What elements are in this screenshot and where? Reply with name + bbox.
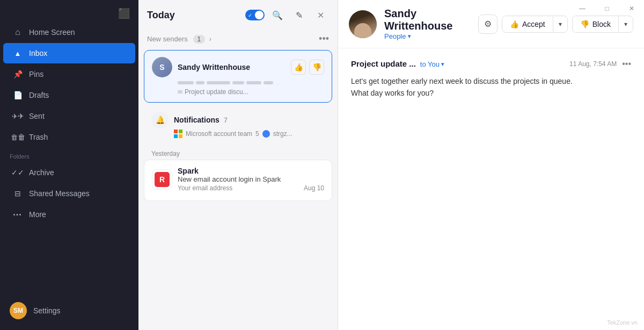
notif-senders: Microsoft account team 5 strgz... bbox=[151, 130, 325, 138]
email-body-line1: Let's get together early next week to di… bbox=[351, 75, 631, 87]
email-subject-area: Project update ... to You ▾ bbox=[351, 59, 444, 68]
notif-avatar: 🔔 bbox=[151, 111, 169, 128]
yesterday-divider: Yesterday bbox=[144, 146, 332, 160]
people-label: People bbox=[384, 32, 406, 40]
accept-group: 👍 Accept ▾ bbox=[502, 16, 568, 33]
block-label: Block bbox=[592, 20, 611, 28]
svg-rect-0 bbox=[174, 130, 178, 133]
ms-sender-name: Microsoft account team bbox=[186, 130, 252, 138]
thumbs-up-icon: 👍 bbox=[294, 63, 303, 71]
settings-button[interactable]: SM Settings bbox=[3, 297, 135, 325]
sidebar-item-trash[interactable]: 🗑 Trash bbox=[3, 127, 135, 147]
email-card-spark[interactable]: R Spark New email account login in Spark… bbox=[144, 160, 332, 201]
sidebar-label-sent: Sent bbox=[29, 112, 45, 120]
sidebar-label-trash: Trash bbox=[29, 133, 48, 141]
spark-logo: R bbox=[155, 172, 170, 187]
sidebar-item-more[interactable]: ••• More bbox=[3, 204, 135, 225]
thumbs-up-button[interactable]: 👍 bbox=[291, 60, 306, 75]
svg-rect-1 bbox=[179, 130, 182, 133]
sidebar-item-shared[interactable]: ⊟ Shared Messages bbox=[3, 183, 135, 204]
email-card-sandy[interactable]: S Sandy Writtenhouse 👍 👎 bbox=[144, 50, 332, 103]
more-icon: ••• bbox=[13, 210, 23, 219]
spark-subject: New email account login in Spark bbox=[178, 175, 324, 183]
maximize-button[interactable]: □ bbox=[595, 0, 619, 17]
search-button[interactable]: 🔍 bbox=[269, 6, 286, 24]
email-list: S Sandy Writtenhouse 👍 👎 bbox=[138, 48, 338, 330]
settings-label: Settings bbox=[33, 306, 61, 315]
spark-meta: Your email address Aug 10 bbox=[178, 184, 324, 192]
toggle-check-icon: ✓ bbox=[248, 12, 252, 18]
sidebar-label-more: More bbox=[29, 210, 46, 219]
minimize-button[interactable]: — bbox=[570, 0, 595, 17]
block-dropdown[interactable]: ▾ bbox=[618, 17, 633, 32]
to-you-link[interactable]: to You ▾ bbox=[420, 60, 444, 68]
sidebar-label-pins: Pins bbox=[29, 70, 43, 78]
inbox-icon bbox=[13, 48, 23, 58]
gear-icon: ⚙ bbox=[484, 19, 492, 29]
email-detail-header: Project update ... to You ▾ 11 Aug, 7:54… bbox=[351, 59, 631, 69]
email-detail-meta: 11 Aug, 7:54 AM ••• bbox=[569, 59, 631, 69]
sender-avatar: S bbox=[152, 57, 172, 77]
contact-avatar-img bbox=[349, 10, 377, 38]
people-link[interactable]: People ▾ bbox=[384, 32, 471, 40]
sidebar-item-drafts[interactable]: 📄 Drafts bbox=[3, 85, 135, 105]
home-icon bbox=[13, 27, 23, 37]
email-header: S Sandy Writtenhouse 👍 👎 bbox=[152, 57, 324, 77]
svg-rect-2 bbox=[174, 134, 178, 138]
maximize-icon: □ bbox=[605, 5, 609, 12]
sent-icon: ✈ bbox=[13, 111, 23, 121]
email-date: 11 Aug, 7:54 AM bbox=[569, 60, 617, 68]
accept-dropdown[interactable]: ▾ bbox=[553, 17, 567, 32]
svg-rect-3 bbox=[179, 134, 182, 138]
archive-icon: ✓ bbox=[13, 168, 23, 177]
contact-name: Sandy Writtenhouse bbox=[384, 8, 471, 32]
chevron-down-icon: ▾ bbox=[559, 20, 562, 28]
settings-gear-button[interactable]: ⚙ bbox=[478, 15, 497, 34]
watermark: TekZone.vn bbox=[607, 319, 638, 326]
blue-dot-icon bbox=[262, 130, 270, 138]
sidebar-item-archive[interactable]: ✓ Archive bbox=[3, 162, 135, 183]
email-more-button[interactable]: ••• bbox=[622, 59, 631, 69]
sidebar-label-archive: Archive bbox=[29, 168, 54, 177]
email-body-line2: What day works for you? bbox=[351, 87, 631, 99]
sidebar-bottom: SM Settings bbox=[0, 291, 138, 330]
close-button[interactable]: ✕ bbox=[312, 6, 329, 24]
toolbar-icons: ✓ 🔍 ✎ ✕ bbox=[245, 6, 329, 24]
email-list-pane: Today ✓ 🔍 ✎ ✕ New senders 1 › ••• bbox=[138, 0, 338, 330]
toggle-switch[interactable]: ✓ bbox=[245, 10, 265, 20]
new-senders-label: New senders 1 › bbox=[147, 35, 211, 43]
detail-pane: — □ ✕ Sandy Writtenhouse People ▾ bbox=[338, 0, 644, 330]
accept-button[interactable]: 👍 Accept bbox=[502, 16, 553, 32]
spark-date: Aug 10 bbox=[304, 184, 324, 192]
notifications-item[interactable]: 🔔 Notifications 7 Microsoft account team… bbox=[144, 106, 332, 144]
folders-label: Folders bbox=[0, 148, 138, 162]
sidebar-item-pins[interactable]: 📌 Pins bbox=[3, 64, 135, 84]
microsoft-icon bbox=[174, 130, 182, 138]
window-close-button[interactable]: ✕ bbox=[619, 0, 644, 17]
to-label: to You bbox=[420, 60, 440, 68]
window-controls: — □ ✕ bbox=[570, 0, 644, 17]
block-button[interactable]: 👎 Block bbox=[573, 16, 618, 32]
chevron-down-icon: ▾ bbox=[441, 61, 444, 68]
accept-label: Accept bbox=[522, 20, 545, 28]
compose-button[interactable]: ✎ bbox=[290, 6, 308, 24]
spark-sender: Spark bbox=[178, 167, 324, 175]
thumbs-down-button[interactable]: 👎 bbox=[309, 60, 324, 75]
notif-header: 🔔 Notifications 7 bbox=[151, 111, 325, 128]
sidebar-item-sent[interactable]: ✈ Sent bbox=[3, 106, 135, 126]
shared-icon: ⊟ bbox=[13, 189, 23, 198]
search-icon: 🔍 bbox=[272, 10, 283, 20]
email-detail: Project update ... to You ▾ 11 Aug, 7:54… bbox=[338, 48, 644, 330]
sidebar-item-inbox[interactable]: Inbox bbox=[3, 43, 135, 63]
spark-avatar: R bbox=[152, 169, 172, 190]
minimize-icon: — bbox=[579, 5, 586, 12]
block-group: 👎 Block ▾ bbox=[572, 16, 633, 33]
section-more-button[interactable]: ••• bbox=[319, 33, 329, 45]
sidebar-item-home[interactable]: Home Screen bbox=[3, 22, 135, 42]
contact-avatar bbox=[349, 10, 377, 38]
chevron-down-icon: ▾ bbox=[408, 33, 411, 40]
email-list-toolbar: Today ✓ 🔍 ✎ ✕ bbox=[138, 0, 338, 30]
new-senders-header: New senders 1 › ••• bbox=[138, 30, 338, 48]
avatar-initials: SM bbox=[13, 307, 23, 314]
sidebar-nav: ⬛ Home Screen Inbox 📌 Pins 📄 Drafts ✈ Se… bbox=[0, 0, 138, 291]
